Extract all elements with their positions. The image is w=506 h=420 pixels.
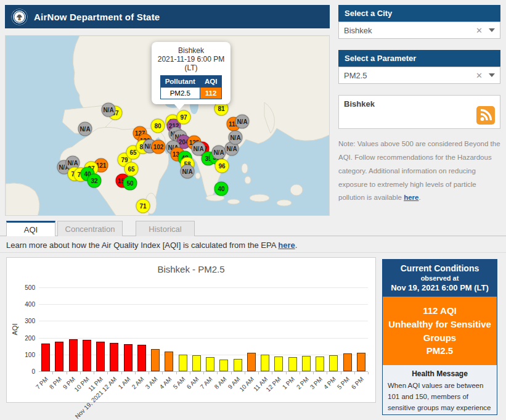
aqi-map-marker[interactable]: N/A — [229, 131, 243, 145]
x-tick — [67, 372, 67, 374]
aqi-bar[interactable] — [41, 344, 50, 371]
x-tick — [135, 372, 136, 374]
x-tick — [203, 372, 204, 374]
x-tick — [190, 372, 190, 374]
aqi-bar[interactable] — [219, 360, 228, 371]
x-tick — [121, 372, 122, 374]
x-tick — [313, 372, 314, 374]
aqi-bar-chart: Bishkek - PM2.5 AQI 01002003004005007 PM… — [6, 257, 376, 403]
aqi-bar[interactable] — [329, 355, 338, 371]
y-tick-label: 400 — [12, 301, 35, 308]
aqi-bar[interactable] — [69, 339, 78, 371]
chart-title: Bishkek - PM2.5 — [7, 264, 375, 274]
clear-parameter-icon[interactable]: ✕ — [476, 71, 483, 80]
tab-concentration[interactable]: Concentration — [57, 221, 123, 236]
tab-aqi[interactable]: AQI — [6, 221, 55, 236]
select-city-header: Select a City — [338, 5, 500, 22]
aqi-bar[interactable] — [192, 355, 201, 371]
aqi-bar[interactable] — [343, 353, 352, 371]
x-tick — [217, 372, 218, 374]
x-tick — [94, 372, 94, 374]
aqi-map-marker[interactable]: 97 — [177, 110, 191, 125]
aqi-bar[interactable] — [357, 353, 365, 371]
aqi-pollutant-line: PM2.5 — [386, 344, 493, 358]
x-tick — [327, 372, 327, 374]
health-message-text: When AQI values are between 101 and 150,… — [388, 381, 492, 415]
aqi-map-marker[interactable]: 71 — [136, 199, 150, 213]
world-aqi-map[interactable]: N/A57N/AN/AN/A12197747340321555071796565… — [5, 35, 330, 216]
aqi-bar[interactable] — [274, 356, 283, 371]
aqi-bar[interactable] — [83, 340, 91, 371]
aqi-bar[interactable] — [302, 356, 311, 371]
popup-pollutant-value: PM2.5 — [160, 88, 200, 99]
current-conditions-title: Current Conditions — [385, 263, 494, 273]
aqi-bar[interactable] — [288, 357, 297, 371]
aqi-map-marker[interactable]: N/A — [78, 122, 92, 136]
aqi-map-marker[interactable]: 96 — [215, 159, 229, 173]
department-of-state-seal-icon — [11, 9, 28, 25]
x-tick — [341, 372, 341, 374]
rss-city-title: Bishkek — [344, 99, 375, 125]
aqi-bar[interactable] — [110, 343, 118, 371]
aqi-bar[interactable] — [124, 344, 133, 371]
tab-historical[interactable]: Historical — [136, 221, 195, 236]
aqi-bar[interactable] — [96, 342, 105, 371]
sidebar: Select a City Bishkek ✕ Select a Paramet… — [338, 5, 500, 205]
aqi-value-line: 112 AQI — [386, 304, 493, 318]
popup-datetime: 2021-11-19 6:00 PM — [155, 55, 227, 64]
clear-city-icon[interactable]: ✕ — [476, 26, 483, 35]
city-select[interactable]: Bishkek ✕ — [338, 22, 500, 39]
app-title: AirNow Department of State — [34, 12, 160, 22]
aqi-map-marker[interactable]: 40 — [214, 182, 229, 196]
aqi-map-marker[interactable]: N/A — [181, 165, 195, 179]
current-conditions-header: Current Conditions observed at Nov 19, 2… — [383, 260, 497, 297]
aqi-bar[interactable] — [316, 356, 324, 371]
y-tick-label: 300 — [12, 318, 35, 324]
aqi-bar[interactable] — [165, 352, 173, 371]
chevron-down-icon[interactable] — [489, 28, 495, 32]
aqi-map-marker[interactable]: N/A — [235, 115, 250, 129]
aqi-map-marker[interactable]: N/A — [212, 146, 226, 160]
aqi-map-marker[interactable]: 102 — [152, 140, 166, 154]
aqi-map-marker[interactable]: 80 — [151, 119, 165, 133]
x-tick — [368, 372, 369, 374]
aqi-bar[interactable] — [55, 342, 63, 371]
parameter-select[interactable]: PM2.5 ✕ — [338, 67, 500, 84]
epa-here-link[interactable]: here — [278, 241, 295, 250]
parameter-select-value: PM2.5 — [344, 71, 476, 80]
aqi-bar[interactable] — [151, 349, 160, 371]
aqi-map-marker[interactable]: 32 — [88, 174, 102, 188]
gridline — [39, 304, 368, 305]
aqi-bar[interactable] — [179, 355, 187, 371]
rss-icon[interactable] — [476, 106, 495, 125]
aqi-bar[interactable] — [261, 355, 269, 371]
aqi-map-marker[interactable]: 50 — [123, 176, 137, 191]
y-axis-label: AQI — [11, 324, 18, 336]
x-tick — [149, 372, 149, 374]
learn-more-text: Learn more about how the Air Quality Ind… — [6, 241, 297, 250]
view-tabs: AQIConcentrationHistorical — [6, 221, 195, 236]
x-tick — [176, 372, 177, 374]
aqi-bar[interactable] — [247, 353, 256, 371]
x-tick — [107, 372, 108, 374]
gridline — [39, 338, 368, 339]
aqi-map-marker[interactable]: 65 — [124, 162, 139, 176]
x-tick — [354, 372, 355, 374]
aqi-map-marker[interactable]: N/A — [102, 103, 116, 117]
aqi-category-line: Unhealthy for Sensitive Groups — [386, 318, 493, 345]
health-message-title: Health Message — [388, 369, 492, 378]
chevron-down-icon[interactable] — [489, 73, 495, 77]
aqi-bar[interactable] — [206, 357, 214, 371]
note-here-link[interactable]: here — [404, 194, 418, 201]
beyond-aqi-note: Note: Values above 500 are considered Be… — [338, 138, 500, 205]
x-tick — [272, 372, 272, 374]
current-conditions-panel: Current Conditions observed at Nov 19, 2… — [382, 259, 497, 415]
aqi-bar[interactable] — [137, 345, 146, 371]
x-tick — [258, 372, 259, 374]
popup-city: Bishkek — [155, 46, 227, 55]
map-popup: Bishkek 2021-11-19 6:00 PM (LT) Pollutan… — [152, 42, 231, 104]
aqi-bar[interactable] — [234, 359, 242, 371]
y-tick-label: 500 — [12, 284, 35, 291]
y-tick-label: 200 — [12, 335, 35, 342]
popup-timezone: (LT) — [155, 64, 227, 72]
